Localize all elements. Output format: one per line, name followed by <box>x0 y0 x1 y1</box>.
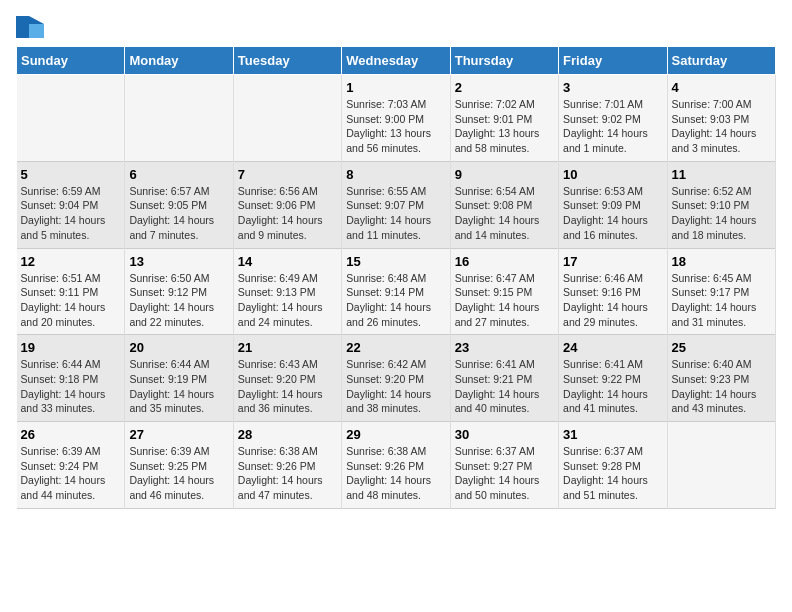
day-number: 4 <box>672 80 771 95</box>
day-info: Sunrise: 7:02 AMSunset: 9:01 PMDaylight:… <box>455 97 554 156</box>
calendar-cell: 6Sunrise: 6:57 AMSunset: 9:05 PMDaylight… <box>125 161 233 248</box>
day-number: 21 <box>238 340 337 355</box>
day-number: 29 <box>346 427 445 442</box>
header-day-saturday: Saturday <box>667 47 775 75</box>
day-info: Sunrise: 6:49 AMSunset: 9:13 PMDaylight:… <box>238 271 337 330</box>
calendar-cell: 10Sunrise: 6:53 AMSunset: 9:09 PMDayligh… <box>559 161 667 248</box>
calendar-cell: 15Sunrise: 6:48 AMSunset: 9:14 PMDayligh… <box>342 248 450 335</box>
day-number: 5 <box>21 167 121 182</box>
day-number: 9 <box>455 167 554 182</box>
calendar-cell: 29Sunrise: 6:38 AMSunset: 9:26 PMDayligh… <box>342 422 450 509</box>
header-row: SundayMondayTuesdayWednesdayThursdayFrid… <box>17 47 776 75</box>
header-day-friday: Friday <box>559 47 667 75</box>
day-number: 8 <box>346 167 445 182</box>
day-info: Sunrise: 6:53 AMSunset: 9:09 PMDaylight:… <box>563 184 662 243</box>
calendar-cell: 1Sunrise: 7:03 AMSunset: 9:00 PMDaylight… <box>342 75 450 162</box>
header-day-tuesday: Tuesday <box>233 47 341 75</box>
day-info: Sunrise: 6:40 AMSunset: 9:23 PMDaylight:… <box>672 357 771 416</box>
calendar-cell: 27Sunrise: 6:39 AMSunset: 9:25 PMDayligh… <box>125 422 233 509</box>
day-info: Sunrise: 6:42 AMSunset: 9:20 PMDaylight:… <box>346 357 445 416</box>
calendar-cell: 14Sunrise: 6:49 AMSunset: 9:13 PMDayligh… <box>233 248 341 335</box>
calendar-cell: 28Sunrise: 6:38 AMSunset: 9:26 PMDayligh… <box>233 422 341 509</box>
logo-icon <box>16 16 44 38</box>
calendar-cell: 8Sunrise: 6:55 AMSunset: 9:07 PMDaylight… <box>342 161 450 248</box>
day-number: 25 <box>672 340 771 355</box>
calendar-cell: 25Sunrise: 6:40 AMSunset: 9:23 PMDayligh… <box>667 335 775 422</box>
day-number: 18 <box>672 254 771 269</box>
day-info: Sunrise: 6:51 AMSunset: 9:11 PMDaylight:… <box>21 271 121 330</box>
day-number: 7 <box>238 167 337 182</box>
day-info: Sunrise: 6:47 AMSunset: 9:15 PMDaylight:… <box>455 271 554 330</box>
calendar-cell: 12Sunrise: 6:51 AMSunset: 9:11 PMDayligh… <box>17 248 125 335</box>
calendar-cell: 21Sunrise: 6:43 AMSunset: 9:20 PMDayligh… <box>233 335 341 422</box>
svg-marker-2 <box>29 24 44 38</box>
header-day-thursday: Thursday <box>450 47 558 75</box>
calendar-cell: 19Sunrise: 6:44 AMSunset: 9:18 PMDayligh… <box>17 335 125 422</box>
day-number: 10 <box>563 167 662 182</box>
day-number: 28 <box>238 427 337 442</box>
day-number: 24 <box>563 340 662 355</box>
calendar-cell: 7Sunrise: 6:56 AMSunset: 9:06 PMDaylight… <box>233 161 341 248</box>
calendar-week-2: 5Sunrise: 6:59 AMSunset: 9:04 PMDaylight… <box>17 161 776 248</box>
calendar-cell <box>667 422 775 509</box>
calendar-cell: 9Sunrise: 6:54 AMSunset: 9:08 PMDaylight… <box>450 161 558 248</box>
logo <box>16 16 48 38</box>
day-info: Sunrise: 6:39 AMSunset: 9:25 PMDaylight:… <box>129 444 228 503</box>
day-info: Sunrise: 6:38 AMSunset: 9:26 PMDaylight:… <box>238 444 337 503</box>
day-number: 27 <box>129 427 228 442</box>
day-info: Sunrise: 7:01 AMSunset: 9:02 PMDaylight:… <box>563 97 662 156</box>
day-info: Sunrise: 6:54 AMSunset: 9:08 PMDaylight:… <box>455 184 554 243</box>
header <box>16 16 776 38</box>
day-number: 30 <box>455 427 554 442</box>
calendar-cell: 22Sunrise: 6:42 AMSunset: 9:20 PMDayligh… <box>342 335 450 422</box>
calendar-cell: 18Sunrise: 6:45 AMSunset: 9:17 PMDayligh… <box>667 248 775 335</box>
calendar-cell: 26Sunrise: 6:39 AMSunset: 9:24 PMDayligh… <box>17 422 125 509</box>
svg-marker-1 <box>29 16 44 24</box>
day-number: 11 <box>672 167 771 182</box>
svg-rect-0 <box>16 16 29 38</box>
calendar-table: SundayMondayTuesdayWednesdayThursdayFrid… <box>16 46 776 509</box>
day-number: 6 <box>129 167 228 182</box>
day-info: Sunrise: 6:37 AMSunset: 9:28 PMDaylight:… <box>563 444 662 503</box>
day-info: Sunrise: 6:44 AMSunset: 9:19 PMDaylight:… <box>129 357 228 416</box>
day-number: 2 <box>455 80 554 95</box>
calendar-cell: 3Sunrise: 7:01 AMSunset: 9:02 PMDaylight… <box>559 75 667 162</box>
calendar-cell: 30Sunrise: 6:37 AMSunset: 9:27 PMDayligh… <box>450 422 558 509</box>
day-info: Sunrise: 6:48 AMSunset: 9:14 PMDaylight:… <box>346 271 445 330</box>
day-info: Sunrise: 6:39 AMSunset: 9:24 PMDaylight:… <box>21 444 121 503</box>
day-info: Sunrise: 6:57 AMSunset: 9:05 PMDaylight:… <box>129 184 228 243</box>
calendar-week-4: 19Sunrise: 6:44 AMSunset: 9:18 PMDayligh… <box>17 335 776 422</box>
calendar-week-5: 26Sunrise: 6:39 AMSunset: 9:24 PMDayligh… <box>17 422 776 509</box>
day-number: 3 <box>563 80 662 95</box>
calendar-cell: 16Sunrise: 6:47 AMSunset: 9:15 PMDayligh… <box>450 248 558 335</box>
calendar-cell: 20Sunrise: 6:44 AMSunset: 9:19 PMDayligh… <box>125 335 233 422</box>
day-number: 15 <box>346 254 445 269</box>
header-day-monday: Monday <box>125 47 233 75</box>
calendar-cell <box>125 75 233 162</box>
day-number: 13 <box>129 254 228 269</box>
calendar-cell: 2Sunrise: 7:02 AMSunset: 9:01 PMDaylight… <box>450 75 558 162</box>
header-day-sunday: Sunday <box>17 47 125 75</box>
day-info: Sunrise: 6:59 AMSunset: 9:04 PMDaylight:… <box>21 184 121 243</box>
day-info: Sunrise: 6:50 AMSunset: 9:12 PMDaylight:… <box>129 271 228 330</box>
calendar-cell <box>17 75 125 162</box>
calendar-cell <box>233 75 341 162</box>
calendar-cell: 13Sunrise: 6:50 AMSunset: 9:12 PMDayligh… <box>125 248 233 335</box>
day-number: 19 <box>21 340 121 355</box>
day-info: Sunrise: 7:03 AMSunset: 9:00 PMDaylight:… <box>346 97 445 156</box>
day-info: Sunrise: 6:46 AMSunset: 9:16 PMDaylight:… <box>563 271 662 330</box>
calendar-cell: 31Sunrise: 6:37 AMSunset: 9:28 PMDayligh… <box>559 422 667 509</box>
day-info: Sunrise: 6:44 AMSunset: 9:18 PMDaylight:… <box>21 357 121 416</box>
calendar-cell: 4Sunrise: 7:00 AMSunset: 9:03 PMDaylight… <box>667 75 775 162</box>
day-info: Sunrise: 6:45 AMSunset: 9:17 PMDaylight:… <box>672 271 771 330</box>
header-day-wednesday: Wednesday <box>342 47 450 75</box>
calendar-cell: 24Sunrise: 6:41 AMSunset: 9:22 PMDayligh… <box>559 335 667 422</box>
day-info: Sunrise: 6:37 AMSunset: 9:27 PMDaylight:… <box>455 444 554 503</box>
day-info: Sunrise: 6:52 AMSunset: 9:10 PMDaylight:… <box>672 184 771 243</box>
calendar-cell: 11Sunrise: 6:52 AMSunset: 9:10 PMDayligh… <box>667 161 775 248</box>
calendar-cell: 5Sunrise: 6:59 AMSunset: 9:04 PMDaylight… <box>17 161 125 248</box>
day-number: 26 <box>21 427 121 442</box>
day-number: 20 <box>129 340 228 355</box>
day-info: Sunrise: 7:00 AMSunset: 9:03 PMDaylight:… <box>672 97 771 156</box>
day-number: 12 <box>21 254 121 269</box>
